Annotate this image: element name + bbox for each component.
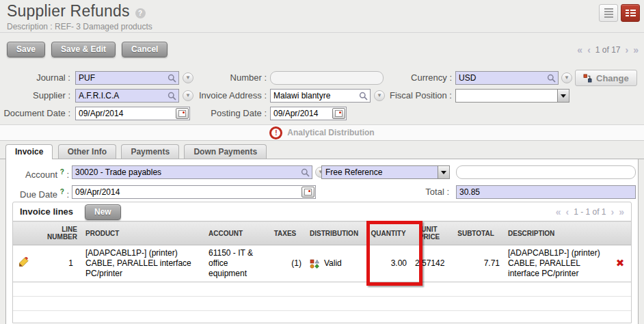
view-switcher	[599, 4, 640, 22]
column-unit-price[interactable]: UNIT PRICE	[411, 221, 448, 245]
invoice-address-label: Invoice Address :	[196, 89, 267, 103]
column-description[interactable]: DESCRIPTION	[504, 221, 609, 245]
search-icon[interactable]	[167, 74, 176, 83]
column-product[interactable]: PRODUCT	[81, 221, 204, 245]
new-line-button[interactable]: New	[85, 204, 121, 220]
cancel-button[interactable]: Cancel	[122, 42, 167, 57]
search-icon[interactable]	[547, 74, 556, 83]
tab-payments[interactable]: Payments	[121, 144, 179, 159]
column-line-number[interactable]: LINE NUMBER	[33, 221, 81, 245]
due-date-help-icon: ?	[60, 188, 64, 195]
calendar-icon[interactable]	[301, 187, 314, 198]
next-page-icon[interactable]: ›	[611, 208, 615, 216]
tab-other-info[interactable]: Other Info	[58, 144, 116, 159]
change-button-label: Change	[596, 73, 629, 83]
delete-column-header	[609, 221, 631, 245]
empty-line-slot	[13, 297, 631, 311]
action-toolbar: Save Save & Edit Cancel	[7, 42, 167, 57]
empty-line-slot	[13, 311, 631, 323]
analytical-distribution-separator[interactable]: ! Analytical Distribution	[0, 124, 644, 141]
due-date-field	[72, 185, 316, 199]
due-date-input[interactable]	[72, 186, 315, 198]
calendar-icon[interactable]	[332, 108, 345, 119]
distribution-status: Valid	[324, 258, 342, 269]
column-subtotal[interactable]: SUBTOTAL	[448, 221, 504, 245]
invoice-address-input[interactable]	[271, 90, 370, 102]
account-label: Account ? :	[6, 165, 69, 179]
invoice-lines-title: Invoice lines	[20, 206, 73, 217]
supplier-dropdown-button[interactable]: ▼	[183, 90, 193, 101]
change-icon	[583, 74, 592, 83]
currency-input[interactable]	[456, 72, 558, 84]
column-distribution[interactable]: DISTRIBUTION	[306, 221, 366, 245]
invoice-line-row[interactable]: 1 [ADAPCABL1P-] (printer) CABLE, PARALLE…	[13, 245, 631, 282]
journal-field	[75, 71, 179, 85]
number-input[interactable]	[271, 72, 383, 84]
previous-page-icon[interactable]: ‹	[565, 208, 569, 216]
calendar-icon[interactable]	[176, 108, 189, 119]
distribution-shapes-icon	[310, 259, 319, 269]
next-record-icon[interactable]: ›	[626, 46, 629, 54]
chevron-down-icon[interactable]	[557, 90, 569, 102]
posting-date-label: Posting Date :	[196, 107, 267, 120]
document-date-field	[75, 107, 190, 120]
previous-record-icon[interactable]: ‹	[587, 46, 591, 54]
first-record-icon[interactable]: «	[577, 46, 582, 54]
number-label: Number :	[196, 71, 267, 85]
search-icon[interactable]	[359, 92, 368, 100]
supplier-refunds-form: Supplier Refunds ? Description : REF- 3 …	[0, 0, 644, 324]
account-input[interactable]	[72, 166, 312, 178]
total-input[interactable]	[457, 186, 635, 198]
tab-invoice[interactable]: Invoice	[5, 144, 53, 159]
supplier-label: Supplier :	[0, 89, 70, 103]
form-view-button[interactable]	[621, 4, 640, 22]
delete-line-icon[interactable]: ✖	[616, 257, 625, 269]
form-fields: Journal : ▼ Number : Currency : ▼ Change	[0, 57, 644, 124]
chevron-down-icon[interactable]	[438, 166, 449, 178]
save-and-edit-button[interactable]: Save & Edit	[51, 42, 116, 57]
reference-type-select[interactable]: Free Reference	[321, 165, 450, 179]
search-icon[interactable]	[301, 168, 310, 177]
list-view-button[interactable]	[599, 4, 618, 22]
posting-date-field	[270, 107, 347, 120]
cell-taxes: (1)	[265, 245, 306, 282]
invoice-address-field	[270, 89, 371, 103]
change-currency-button[interactable]: Change	[575, 70, 637, 86]
edit-pencil-icon[interactable]	[18, 257, 29, 267]
cell-unit-price: 2.57142	[411, 245, 448, 282]
first-page-icon[interactable]: «	[556, 208, 561, 216]
reference-input[interactable]	[457, 166, 635, 178]
record-description: Description : REF- 3 Damaged products	[7, 22, 152, 31]
total-field	[456, 185, 636, 199]
invoice-lines-header: Invoice lines New « ‹ 1 - 1 of 1 › »	[13, 202, 631, 221]
column-quantity[interactable]: QUANTITY	[366, 221, 411, 245]
journal-input[interactable]	[76, 72, 178, 84]
number-field	[270, 71, 384, 85]
account-help-icon: ?	[60, 168, 64, 176]
invoice-address-dropdown-button[interactable]: ▼	[374, 90, 385, 101]
last-page-icon[interactable]: »	[619, 208, 624, 216]
supplier-field	[75, 89, 179, 103]
save-button[interactable]: Save	[7, 42, 45, 57]
currency-dropdown-button[interactable]: ▼	[561, 72, 572, 83]
table-header-row: LINE NUMBER PRODUCT ACCOUNT TAXES DISTRI…	[13, 221, 631, 245]
form-view-icon	[626, 10, 636, 16]
invoice-tab-panel: Account ? : ▼ Free Reference Due Date ? …	[5, 159, 639, 324]
document-date-input[interactable]	[76, 107, 189, 120]
last-record-icon[interactable]: »	[633, 46, 639, 54]
cell-distribution: Valid	[306, 245, 366, 282]
currency-label: Currency :	[386, 71, 452, 85]
column-taxes[interactable]: TAXES	[265, 221, 306, 245]
reference-type-value: Free Reference	[325, 166, 382, 178]
record-pager-text: 1 of 17	[595, 45, 621, 55]
column-account[interactable]: ACCOUNT	[204, 221, 265, 245]
fiscal-position-select[interactable]	[455, 89, 569, 103]
search-icon[interactable]	[167, 92, 176, 100]
total-label: Total :	[386, 185, 449, 199]
tab-down-payments[interactable]: Down Payments	[184, 144, 267, 159]
journal-dropdown-button[interactable]: ▼	[183, 72, 193, 83]
document-date-label: Document Date :	[0, 107, 70, 120]
title-help-icon: ?	[135, 8, 146, 18]
cell-line-number: 1	[33, 245, 81, 282]
supplier-input[interactable]	[76, 90, 178, 102]
